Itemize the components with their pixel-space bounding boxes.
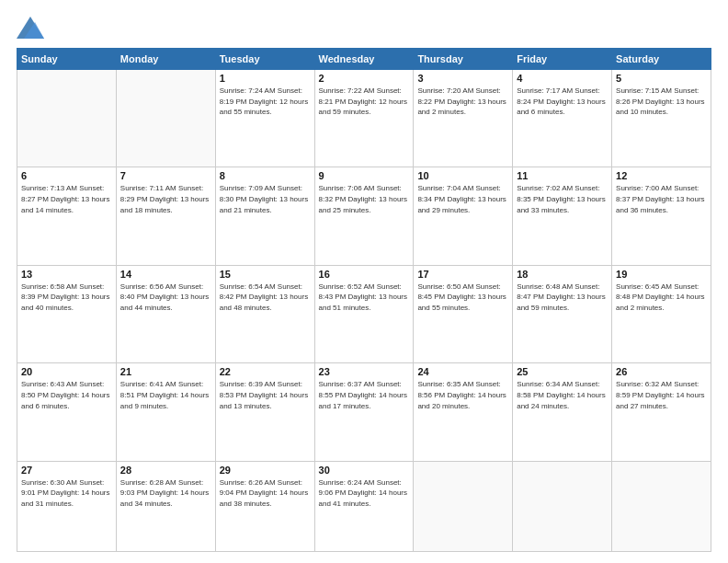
day-number: 28 xyxy=(120,465,211,476)
weekday-header-monday: Monday xyxy=(116,49,215,70)
calendar-cell: 28Sunrise: 6:28 AM Sunset: 9:03 PM Dayli… xyxy=(116,461,215,551)
cell-info: Sunrise: 6:35 AM Sunset: 8:56 PM Dayligh… xyxy=(417,379,508,411)
day-number: 27 xyxy=(21,465,112,476)
day-number: 7 xyxy=(120,170,211,181)
cell-info: Sunrise: 7:17 AM Sunset: 8:24 PM Dayligh… xyxy=(517,86,608,118)
cell-info: Sunrise: 6:56 AM Sunset: 8:40 PM Dayligh… xyxy=(120,282,211,314)
cell-info: Sunrise: 7:13 AM Sunset: 8:27 PM Dayligh… xyxy=(21,183,112,215)
day-number: 13 xyxy=(21,269,112,280)
day-number: 25 xyxy=(517,366,608,377)
calendar-cell: 4Sunrise: 7:17 AM Sunset: 8:24 PM Daylig… xyxy=(513,70,612,167)
cell-info: Sunrise: 6:26 AM Sunset: 9:04 PM Dayligh… xyxy=(220,477,311,510)
cell-info: Sunrise: 7:09 AM Sunset: 8:30 PM Dayligh… xyxy=(220,183,311,215)
calendar-cell xyxy=(414,461,513,551)
weekday-header-thursday: Thursday xyxy=(414,49,513,70)
calendar-cell xyxy=(116,70,215,167)
day-number: 18 xyxy=(517,269,608,280)
page: SundayMondayTuesdayWednesdayThursdayFrid… xyxy=(0,0,728,563)
calendar-cell: 5Sunrise: 7:15 AM Sunset: 8:26 PM Daylig… xyxy=(612,70,711,167)
weekday-header-friday: Friday xyxy=(513,49,612,70)
calendar-cell: 10Sunrise: 7:04 AM Sunset: 8:34 PM Dayli… xyxy=(414,167,513,265)
day-number: 3 xyxy=(417,73,508,84)
day-number: 29 xyxy=(220,465,311,476)
calendar-cell: 12Sunrise: 7:00 AM Sunset: 8:37 PM Dayli… xyxy=(612,167,711,265)
calendar-cell: 6Sunrise: 7:13 AM Sunset: 8:27 PM Daylig… xyxy=(17,167,117,265)
cell-info: Sunrise: 6:39 AM Sunset: 8:53 PM Dayligh… xyxy=(220,379,311,411)
cell-info: Sunrise: 6:24 AM Sunset: 9:06 PM Dayligh… xyxy=(319,477,410,510)
day-number: 14 xyxy=(120,269,211,280)
calendar-cell xyxy=(612,461,711,551)
day-number: 16 xyxy=(319,269,410,280)
cell-info: Sunrise: 7:04 AM Sunset: 8:34 PM Dayligh… xyxy=(417,183,508,215)
calendar-cell: 23Sunrise: 6:37 AM Sunset: 8:55 PM Dayli… xyxy=(314,363,414,461)
header xyxy=(17,17,711,39)
calendar-cell: 16Sunrise: 6:52 AM Sunset: 8:43 PM Dayli… xyxy=(314,265,414,362)
cell-info: Sunrise: 6:50 AM Sunset: 8:45 PM Dayligh… xyxy=(417,282,508,314)
cell-info: Sunrise: 6:58 AM Sunset: 8:39 PM Dayligh… xyxy=(21,282,112,314)
calendar-cell: 8Sunrise: 7:09 AM Sunset: 8:30 PM Daylig… xyxy=(215,167,314,265)
cell-info: Sunrise: 6:34 AM Sunset: 8:58 PM Dayligh… xyxy=(517,379,608,411)
week-row-2: 6Sunrise: 7:13 AM Sunset: 8:27 PM Daylig… xyxy=(17,167,711,265)
calendar-table: SundayMondayTuesdayWednesdayThursdayFrid… xyxy=(17,48,711,552)
logo-icon xyxy=(17,17,44,39)
cell-info: Sunrise: 6:43 AM Sunset: 8:50 PM Dayligh… xyxy=(21,379,112,411)
calendar-cell xyxy=(17,70,117,167)
calendar-cell: 17Sunrise: 6:50 AM Sunset: 8:45 PM Dayli… xyxy=(414,265,513,362)
calendar-cell: 18Sunrise: 6:48 AM Sunset: 8:47 PM Dayli… xyxy=(513,265,612,362)
day-number: 30 xyxy=(319,465,410,476)
calendar-cell: 11Sunrise: 7:02 AM Sunset: 8:35 PM Dayli… xyxy=(513,167,612,265)
week-row-3: 13Sunrise: 6:58 AM Sunset: 8:39 PM Dayli… xyxy=(17,265,711,362)
day-number: 8 xyxy=(220,170,311,181)
calendar-cell: 3Sunrise: 7:20 AM Sunset: 8:22 PM Daylig… xyxy=(414,70,513,167)
day-number: 1 xyxy=(220,73,311,84)
cell-info: Sunrise: 6:28 AM Sunset: 9:03 PM Dayligh… xyxy=(120,477,211,510)
calendar-cell: 25Sunrise: 6:34 AM Sunset: 8:58 PM Dayli… xyxy=(513,363,612,461)
day-number: 19 xyxy=(616,269,707,280)
cell-info: Sunrise: 7:02 AM Sunset: 8:35 PM Dayligh… xyxy=(517,183,608,215)
day-number: 15 xyxy=(220,269,311,280)
day-number: 10 xyxy=(417,170,508,181)
day-number: 22 xyxy=(220,366,311,377)
calendar-cell: 22Sunrise: 6:39 AM Sunset: 8:53 PM Dayli… xyxy=(215,363,314,461)
day-number: 21 xyxy=(120,366,211,377)
calendar-cell: 14Sunrise: 6:56 AM Sunset: 8:40 PM Dayli… xyxy=(116,265,215,362)
day-number: 9 xyxy=(319,170,410,181)
calendar-cell: 19Sunrise: 6:45 AM Sunset: 8:48 PM Dayli… xyxy=(612,265,711,362)
day-number: 20 xyxy=(21,366,112,377)
logo xyxy=(17,17,48,39)
day-number: 23 xyxy=(319,366,410,377)
calendar-cell xyxy=(513,461,612,551)
cell-info: Sunrise: 6:37 AM Sunset: 8:55 PM Dayligh… xyxy=(319,379,410,411)
cell-info: Sunrise: 6:32 AM Sunset: 8:59 PM Dayligh… xyxy=(616,379,707,411)
calendar-cell: 1Sunrise: 7:24 AM Sunset: 8:19 PM Daylig… xyxy=(215,70,314,167)
calendar-cell: 15Sunrise: 6:54 AM Sunset: 8:42 PM Dayli… xyxy=(215,265,314,362)
cell-info: Sunrise: 7:20 AM Sunset: 8:22 PM Dayligh… xyxy=(417,86,508,118)
day-number: 11 xyxy=(517,170,608,181)
calendar-cell: 13Sunrise: 6:58 AM Sunset: 8:39 PM Dayli… xyxy=(17,265,117,362)
cell-info: Sunrise: 7:11 AM Sunset: 8:29 PM Dayligh… xyxy=(120,183,211,215)
cell-info: Sunrise: 7:06 AM Sunset: 8:32 PM Dayligh… xyxy=(319,183,410,215)
cell-info: Sunrise: 6:48 AM Sunset: 8:47 PM Dayligh… xyxy=(517,282,608,314)
day-number: 4 xyxy=(517,73,608,84)
calendar-cell: 20Sunrise: 6:43 AM Sunset: 8:50 PM Dayli… xyxy=(17,363,117,461)
calendar-cell: 30Sunrise: 6:24 AM Sunset: 9:06 PM Dayli… xyxy=(314,461,414,551)
day-number: 2 xyxy=(319,73,410,84)
weekday-header-saturday: Saturday xyxy=(612,49,711,70)
cell-info: Sunrise: 6:45 AM Sunset: 8:48 PM Dayligh… xyxy=(616,282,707,314)
day-number: 12 xyxy=(616,170,707,181)
cell-info: Sunrise: 7:24 AM Sunset: 8:19 PM Dayligh… xyxy=(220,86,311,118)
calendar-cell: 9Sunrise: 7:06 AM Sunset: 8:32 PM Daylig… xyxy=(314,167,414,265)
cell-info: Sunrise: 7:15 AM Sunset: 8:26 PM Dayligh… xyxy=(616,86,707,118)
calendar-cell: 29Sunrise: 6:26 AM Sunset: 9:04 PM Dayli… xyxy=(215,461,314,551)
calendar-cell: 24Sunrise: 6:35 AM Sunset: 8:56 PM Dayli… xyxy=(414,363,513,461)
cell-info: Sunrise: 7:00 AM Sunset: 8:37 PM Dayligh… xyxy=(616,183,707,215)
calendar-cell: 21Sunrise: 6:41 AM Sunset: 8:51 PM Dayli… xyxy=(116,363,215,461)
cell-info: Sunrise: 7:22 AM Sunset: 8:21 PM Dayligh… xyxy=(319,86,410,118)
cell-info: Sunrise: 6:54 AM Sunset: 8:42 PM Dayligh… xyxy=(220,282,311,314)
weekday-header-tuesday: Tuesday xyxy=(215,49,314,70)
cell-info: Sunrise: 6:41 AM Sunset: 8:51 PM Dayligh… xyxy=(120,379,211,411)
cell-info: Sunrise: 6:52 AM Sunset: 8:43 PM Dayligh… xyxy=(319,282,410,314)
weekday-header-sunday: Sunday xyxy=(17,49,117,70)
calendar-cell: 2Sunrise: 7:22 AM Sunset: 8:21 PM Daylig… xyxy=(314,70,414,167)
calendar-cell: 7Sunrise: 7:11 AM Sunset: 8:29 PM Daylig… xyxy=(116,167,215,265)
